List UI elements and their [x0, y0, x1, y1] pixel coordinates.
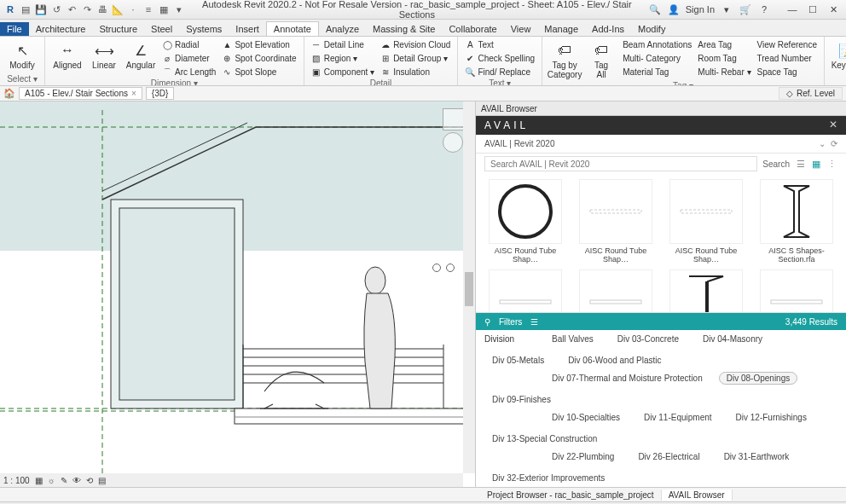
- filter-pill-selected[interactable]: Div 08-Openings: [719, 372, 797, 385]
- component-button[interactable]: ▣Component ▾: [310, 66, 376, 78]
- refresh-icon[interactable]: ⟳: [831, 139, 837, 148]
- vc-icon[interactable]: 👁: [72, 476, 81, 485]
- chevron-down-icon[interactable]: ⌄: [819, 139, 826, 148]
- tab-collaborate[interactable]: Collaborate: [442, 22, 503, 36]
- filter-pill[interactable]: Div 07-Thermal and Moisture Protection: [544, 372, 710, 385]
- sync-icon[interactable]: ↺: [49, 3, 63, 16]
- room-tag-button[interactable]: Room Tag: [696, 52, 752, 65]
- tab-insert[interactable]: Insert: [229, 22, 266, 36]
- minimize-button[interactable]: —: [783, 3, 802, 16]
- spell-button[interactable]: ✔Check Spelling: [463, 52, 536, 65]
- close-icon[interactable]: ×: [131, 89, 136, 98]
- beam-anno-button[interactable]: Beam Annotations: [621, 38, 693, 51]
- avail-item[interactable]: AISC ST Shapes-Side.rfa: [756, 269, 837, 312]
- tag-all-button[interactable]: 🏷Tag All: [584, 38, 618, 81]
- doc-tab-a105[interactable]: A105 - Elev./ Stair Sections ×: [19, 87, 142, 100]
- thin-lines-icon[interactable]: ≡: [142, 3, 155, 16]
- tab-structure[interactable]: Structure: [92, 22, 144, 36]
- tab-addins[interactable]: Add-Ins: [585, 22, 631, 36]
- view-ref-button[interactable]: View Reference: [756, 38, 819, 51]
- multi-rebar-button[interactable]: Space Tag: [756, 66, 819, 78]
- redo-icon[interactable]: ↷: [80, 3, 94, 16]
- more-icon[interactable]: ⋮: [826, 158, 837, 170]
- measure-icon[interactable]: 📐: [111, 3, 125, 16]
- list-view-icon[interactable]: ☰: [795, 158, 807, 170]
- steering-wheel-icon[interactable]: [443, 132, 463, 153]
- close-button[interactable]: ✕: [824, 3, 843, 16]
- filter-pill[interactable]: Div 12-Furnishings: [728, 411, 814, 424]
- filter-pill[interactable]: Div 31-Earthwork: [716, 450, 797, 463]
- help-icon[interactable]: ?: [757, 3, 771, 16]
- tab-architecture[interactable]: Architecture: [29, 22, 93, 36]
- revcloud-button[interactable]: ☁Revision Cloud: [379, 38, 452, 51]
- dd-icon[interactable]: ▾: [720, 3, 733, 16]
- filter-pill[interactable]: Div 09-Finishes: [484, 393, 559, 406]
- doc-tab-3d[interactable]: {3D}: [146, 87, 174, 100]
- dropdown-icon[interactable]: ▾: [172, 3, 186, 16]
- spot-slope-button[interactable]: ∿Spot Slope: [220, 66, 298, 78]
- tab-analyze[interactable]: Analyze: [319, 22, 366, 36]
- avail-item[interactable]: AISC ST Shapes-Section…: [665, 269, 747, 312]
- spot-coord-button[interactable]: ⊕Spot Coordinate: [220, 52, 298, 65]
- vc-icon[interactable]: ⟲: [86, 476, 93, 485]
- search-icon[interactable]: 🔍: [648, 3, 662, 16]
- btab-avail[interactable]: AVAIL Browser: [662, 490, 733, 501]
- print-icon[interactable]: 🖶: [96, 3, 109, 16]
- avail-item[interactable]: AISC S Shapes-Side.rfa: [484, 269, 566, 312]
- arclength-button[interactable]: ⌒Arc Length: [160, 66, 217, 78]
- open-icon[interactable]: ▤: [19, 3, 32, 16]
- btab-project-browser[interactable]: Project Browser - rac_basic_sample_proje…: [480, 490, 662, 501]
- tab-view[interactable]: View: [504, 22, 538, 36]
- keynote-button[interactable]: 📝Keynote: [830, 38, 846, 72]
- avail-grid[interactable]: AISC Round Tube Shap… AISC Round Tube Sh…: [476, 174, 846, 312]
- detailgroup-button[interactable]: ⊞Detail Group ▾: [379, 52, 452, 65]
- vc-icon[interactable]: ▤: [98, 476, 106, 485]
- filter-pill[interactable]: Ball Valves: [544, 333, 601, 345]
- filter-pill[interactable]: Div 13-Special Construction: [484, 432, 605, 445]
- filter-pill[interactable]: Div 05-Metals: [484, 354, 552, 367]
- avail-item[interactable]: AISC Round Tube Shap…: [665, 179, 747, 264]
- find-button[interactable]: 🔍Find/ Replace: [463, 66, 536, 78]
- tab-massing[interactable]: Massing & Site: [366, 22, 442, 36]
- avail-search-input[interactable]: [484, 156, 757, 171]
- avail-item[interactable]: AISC S Shapes-Section.rfa: [756, 179, 837, 264]
- space-tag-button[interactable]: Multi- Rebar ▾: [696, 66, 752, 78]
- tab-manage[interactable]: Manage: [537, 22, 585, 36]
- area-tag-button[interactable]: Area Tag: [696, 38, 752, 51]
- linear-button[interactable]: ⟷Linear: [87, 38, 121, 78]
- vc-icon[interactable]: ▦: [35, 476, 43, 485]
- detail-line-button[interactable]: ─Detail Line: [310, 38, 376, 51]
- multicat-button[interactable]: Multi- Category: [621, 52, 693, 65]
- radial-button[interactable]: ◯Radial: [160, 38, 217, 51]
- menu-icon[interactable]: ☰: [530, 317, 538, 327]
- scale-display[interactable]: 1 : 100: [3, 476, 30, 485]
- filter-pill[interactable]: Div 26-Electrical: [630, 450, 707, 463]
- filter-pill[interactable]: Div 32-Exterior Improvements: [484, 472, 612, 484]
- avail-search-button[interactable]: Search: [762, 159, 790, 169]
- close-icon[interactable]: ✕: [829, 119, 841, 130]
- user-icon[interactable]: 👤: [667, 3, 681, 16]
- tab-annotate[interactable]: Annotate: [266, 21, 319, 36]
- avail-item[interactable]: AISC Round Tube Shap…: [484, 179, 566, 264]
- filter-pill[interactable]: Div 10-Specialties: [544, 411, 628, 424]
- angular-button[interactable]: ∠Angular: [124, 38, 158, 78]
- tread-num-button[interactable]: Tread Number: [756, 52, 819, 65]
- filter-pill[interactable]: Div 04-Masonry: [695, 333, 770, 345]
- modify-button[interactable]: ↖ Modify: [5, 38, 39, 72]
- tab-modify[interactable]: Modify: [631, 22, 672, 36]
- filter-pill[interactable]: Div 11-Equipment: [636, 411, 719, 424]
- material-tag-button[interactable]: Material Tag: [621, 66, 693, 78]
- scroll-thumb[interactable]: [465, 272, 473, 306]
- aligned-button[interactable]: ↔Aligned: [50, 38, 84, 78]
- diameter-button[interactable]: ⌀Diameter: [160, 52, 217, 65]
- vc-icon[interactable]: ✎: [61, 476, 67, 485]
- save-icon[interactable]: 💾: [34, 3, 48, 16]
- filter-pill[interactable]: Div 22-Plumbing: [544, 450, 622, 463]
- text-button[interactable]: AText: [463, 38, 536, 51]
- maximize-button[interactable]: ☐: [803, 3, 822, 16]
- grid-view-icon[interactable]: ▦: [810, 158, 822, 170]
- vc-icon[interactable]: ☼: [48, 476, 55, 485]
- avail-item[interactable]: AISC S Shapes-Top.rfa: [575, 269, 657, 312]
- drawing-canvas[interactable]: 1 : 100 ▦ ☼ ✎ 👁 ⟲ ▤: [0, 101, 476, 487]
- close-hidden-icon[interactable]: ▦: [157, 3, 171, 16]
